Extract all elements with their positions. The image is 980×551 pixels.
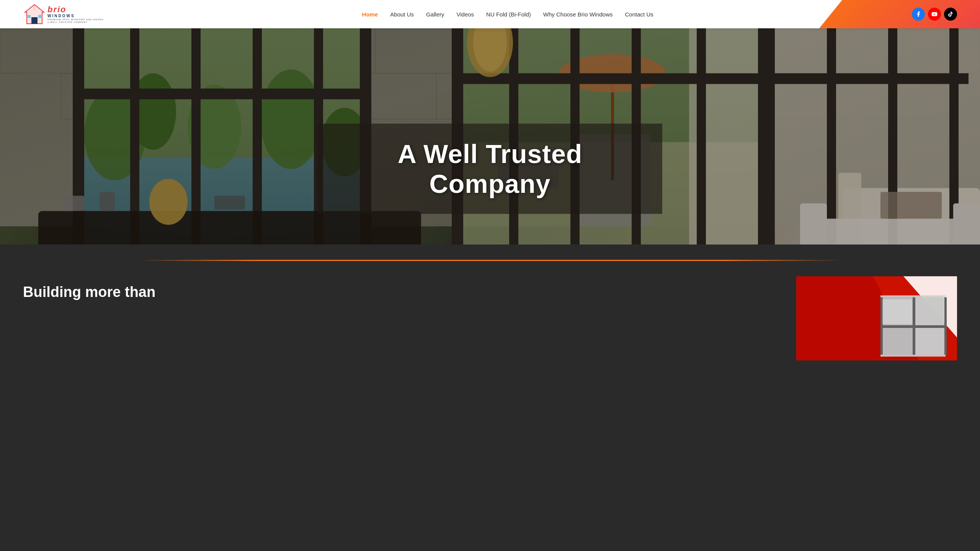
nav-item-home[interactable]: Home <box>362 11 378 18</box>
main-nav: Home About Us Gallery Videos NU Fold (Bi… <box>362 11 653 18</box>
building-text-area: Building more than <box>23 276 766 300</box>
logo-text: brio WINDOWS PREMIUM UPVC WINDOWS AND DO… <box>47 5 103 23</box>
logo-brand-upper: WINDOWS <box>47 14 103 18</box>
svg-rect-4 <box>38 15 41 18</box>
tiktok-icon[interactable] <box>944 8 957 21</box>
svg-rect-3 <box>28 15 31 18</box>
hero-section: A Well Trusted Company <box>0 28 980 245</box>
social-icons <box>912 8 957 21</box>
facebook-icon[interactable] <box>912 8 925 21</box>
product-image <box>796 276 957 360</box>
nav-item-contact[interactable]: Contact Us <box>625 11 653 18</box>
logo-brand: brio <box>47 5 103 14</box>
divider-section <box>0 245 980 261</box>
nav-item-why[interactable]: Why Choose Brio Windows <box>543 11 613 18</box>
nav-item-videos[interactable]: Videos <box>457 11 474 18</box>
nav-item-about[interactable]: About Us <box>390 11 414 18</box>
hero-title: A Well Trusted Company <box>341 139 639 199</box>
hero-text-overlay: A Well Trusted Company <box>318 124 662 214</box>
nav-item-nufold[interactable]: NU Fold (Bi-Fold) <box>486 11 531 18</box>
building-heading: Building more than <box>23 284 766 300</box>
logo[interactable]: brio WINDOWS PREMIUM UPVC WINDOWS AND DO… <box>23 3 103 26</box>
svg-rect-97 <box>880 325 947 328</box>
svg-rect-2 <box>31 17 38 24</box>
header: brio WINDOWS PREMIUM UPVC WINDOWS AND DO… <box>0 0 980 28</box>
logo-tagline1: PREMIUM UPVC WINDOWS AND DOORS <box>47 18 103 21</box>
youtube-icon[interactable] <box>928 8 941 21</box>
svg-rect-98 <box>882 299 912 324</box>
nav-item-gallery[interactable]: Gallery <box>426 11 444 18</box>
below-fold-section: Building more than <box>0 261 980 376</box>
logo-tagline2: A WELL TRUSTED COMPANY <box>47 21 103 23</box>
product-svg <box>796 276 957 360</box>
logo-icon <box>23 3 46 26</box>
